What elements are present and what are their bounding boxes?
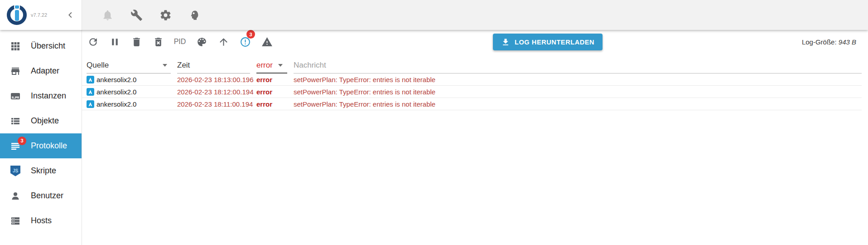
log-source: ankersolix2.0 — [96, 88, 136, 96]
severity-filter-value: error — [256, 61, 273, 70]
protokolle-badge: 3 — [18, 137, 26, 145]
wrench-icon[interactable] — [130, 9, 143, 21]
store-icon — [10, 65, 21, 77]
sidebar-item-protokolle[interactable]: 3 Protokolle — [0, 133, 82, 158]
app-version: v7.7.22 — [31, 12, 47, 18]
refresh-button[interactable] — [82, 31, 104, 53]
trash-forever-icon — [153, 36, 164, 48]
pause-icon — [109, 36, 121, 48]
log-row[interactable]: ankersolix2.0 2026-02-23 18:12:00.194 er… — [82, 86, 862, 98]
log-toolbar: PID 3 LOG HERUNTERLADEN Log-Größe: 943 B — [82, 30, 868, 54]
app-bar: v7.7.22 — [0, 0, 868, 30]
scroll-to-top-button[interactable] — [212, 31, 234, 53]
colorize-button[interactable] — [191, 31, 212, 53]
sidebar-item-label: Skripte — [31, 166, 56, 176]
palette-icon — [196, 36, 207, 48]
arrow-up-icon — [218, 36, 229, 48]
sidebar-item-objekte[interactable]: Objekte — [0, 108, 82, 133]
adapter-icon — [87, 100, 94, 108]
sidebar-item-label: Hosts — [31, 216, 52, 225]
refresh-icon — [87, 36, 99, 48]
warnings-filter-button[interactable] — [256, 31, 278, 53]
chevron-left-icon — [66, 10, 76, 20]
iobroker-logo — [6, 5, 27, 25]
severity-filter[interactable]: error — [256, 57, 294, 74]
sidebar-collapse-button[interactable] — [64, 9, 77, 21]
log-row[interactable]: ankersolix2.0 2026-02-23 18:13:00.196 er… — [82, 74, 862, 86]
time-filter[interactable]: Zeit — [177, 57, 256, 74]
log-source: ankersolix2.0 — [96, 76, 136, 83]
object-list-icon — [10, 115, 21, 127]
error-count-badge: 3 — [246, 30, 255, 39]
message-filter-placeholder: Nachricht — [294, 61, 326, 70]
source-header-label: Quelle — [87, 61, 109, 70]
sidebar-item-skripte[interactable]: JS Skripte — [0, 158, 82, 183]
server-stack-icon — [10, 215, 21, 227]
download-log-button[interactable]: LOG HERUNTERLADEN — [493, 34, 603, 50]
app-bar-actions — [82, 0, 868, 30]
warning-triangle-icon — [261, 36, 273, 48]
sidebar-item-benutzer[interactable]: Benutzer — [0, 183, 82, 208]
chevron-down-icon — [163, 64, 167, 67]
log-time: 2026-02-23 18:13:00.196 — [177, 76, 256, 83]
sidebar-item-adapter[interactable]: Adapter — [0, 59, 82, 83]
trash-icon — [131, 36, 142, 48]
clear-log-button[interactable] — [125, 31, 147, 53]
log-time: 2026-02-23 18:11:00.194 — [177, 100, 256, 108]
message-filter-input[interactable]: Nachricht — [294, 57, 862, 74]
pause-button[interactable] — [104, 31, 125, 53]
grid-icon — [10, 40, 21, 52]
pid-toggle[interactable]: PID — [169, 38, 191, 46]
sidebar-item-label: Übersicht — [31, 41, 65, 51]
log-severity: error — [256, 100, 294, 108]
sidebar-item-label: Instanzen — [31, 91, 66, 101]
clear-log-on-disk-button[interactable] — [147, 31, 169, 53]
log-size-value: 943 B — [839, 38, 856, 46]
log-table-header: Quelle Zeit error Nachricht — [82, 57, 862, 74]
sidebar-item-uebersicht[interactable]: Übersicht — [0, 34, 82, 59]
log-severity: error — [256, 88, 294, 96]
errors-filter-button[interactable]: 3 — [234, 31, 256, 53]
expert-mode-icon[interactable] — [188, 9, 201, 21]
person-icon — [10, 190, 21, 202]
log-message: setPowerPlan: TypeError: entries is not … — [294, 100, 862, 108]
sidebar-item-label: Adapter — [31, 66, 59, 76]
chevron-down-icon — [278, 64, 283, 67]
sidebar: Übersicht Adapter Instanzen Objekte 3 Pr… — [0, 30, 82, 245]
sidebar-item-label: Objekte — [31, 116, 59, 126]
sidebar-item-hosts[interactable]: Hosts — [0, 208, 82, 233]
settings-gear-icon[interactable] — [159, 9, 172, 21]
javascript-shield-icon: JS — [10, 165, 21, 177]
log-time: 2026-02-23 18:12:00.194 — [177, 88, 256, 96]
sidebar-item-instanzen[interactable]: Instanzen — [0, 83, 82, 108]
log-message: setPowerPlan: TypeError: entries is not … — [294, 76, 862, 83]
log-panel: PID 3 LOG HERUNTERLADEN Log-Größe: 943 B… — [82, 30, 868, 245]
source-filter[interactable]: Quelle — [87, 57, 177, 74]
notifications-bell-icon[interactable] — [101, 9, 114, 21]
log-size: Log-Größe: 943 B — [802, 38, 856, 46]
log-source: ankersolix2.0 — [96, 100, 136, 108]
log-lines-icon: 3 — [10, 140, 21, 152]
instances-card-icon — [10, 90, 21, 102]
time-header-label: Zeit — [177, 61, 190, 70]
log-row[interactable]: ankersolix2.0 2026-02-23 18:11:00.194 er… — [82, 98, 862, 110]
app-bar-brand: v7.7.22 — [0, 0, 82, 30]
download-icon — [501, 38, 510, 47]
log-message: setPowerPlan: TypeError: entries is not … — [294, 88, 862, 96]
sidebar-item-label: Protokolle — [31, 141, 67, 151]
log-severity: error — [256, 76, 294, 83]
log-table: Quelle Zeit error Nachricht — [82, 57, 862, 110]
download-log-label: LOG HERUNTERLADEN — [515, 39, 594, 46]
log-size-label: Log-Größe: — [802, 38, 837, 46]
sidebar-item-label: Benutzer — [31, 191, 63, 201]
adapter-icon — [87, 76, 94, 83]
adapter-icon — [87, 88, 94, 96]
